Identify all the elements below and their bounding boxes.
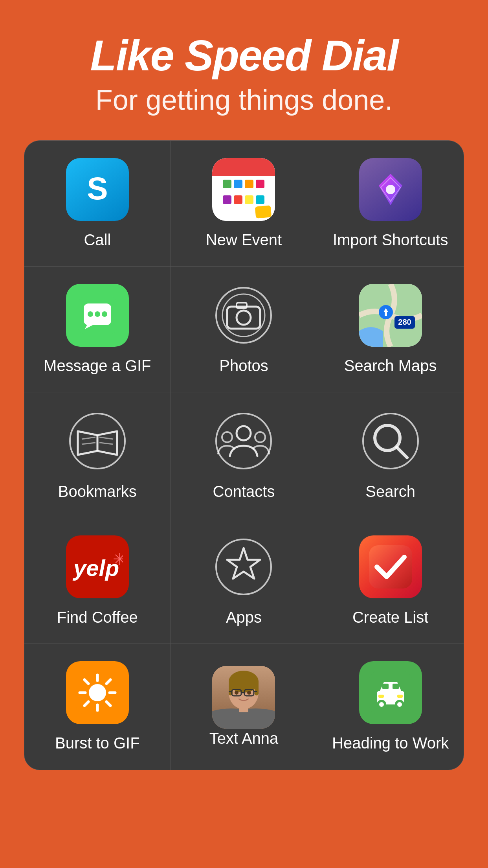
svg-point-19 (222, 432, 232, 442)
svg-point-1 (386, 185, 395, 194)
svg-point-8 (222, 294, 265, 337)
search-outline-icon (359, 410, 422, 473)
svg-text:yelp: yelp (72, 555, 119, 581)
text-anna-icon (212, 666, 275, 729)
cell-create-list-label: Create List (352, 608, 428, 627)
cell-bookmarks-label: Bookmarks (58, 482, 137, 501)
cell-photos-label: Photos (219, 356, 268, 375)
cell-contacts-label: Contacts (213, 482, 275, 501)
cell-import-shortcuts[interactable]: Import Shortcuts (317, 141, 464, 267)
svg-point-58 (379, 702, 384, 707)
svg-rect-60 (378, 695, 384, 698)
cell-burst-gif[interactable]: Burst to GIF (24, 644, 171, 770)
shortcuts-icon (359, 158, 422, 221)
headingwork-icon (359, 661, 422, 724)
cell-call[interactable]: S Call (24, 141, 171, 267)
svg-text:✳: ✳ (113, 550, 123, 568)
svg-text:280: 280 (398, 318, 411, 326)
svg-point-59 (397, 702, 402, 707)
cell-message-gif-label: Message a GIF (44, 356, 151, 375)
cell-new-event[interactable]: New Event (171, 141, 317, 267)
svg-point-50 (235, 691, 238, 695)
svg-text:S: S (87, 171, 108, 206)
svg-point-5 (95, 311, 100, 317)
cell-text-anna[interactable]: Text Anna (171, 644, 317, 770)
shortcuts-grid: S Call New Event (24, 140, 464, 770)
svg-line-23 (397, 447, 407, 458)
cell-search-maps-label: Search Maps (344, 356, 437, 375)
svg-point-20 (255, 432, 265, 442)
contacts-outline-icon (212, 410, 275, 473)
svg-rect-55 (393, 684, 399, 689)
skype-icon: S (66, 158, 129, 221)
createlist-icon (359, 535, 422, 598)
cell-new-event-label: New Event (206, 230, 282, 249)
svg-rect-61 (397, 695, 403, 698)
svg-point-7 (216, 288, 271, 343)
cell-contacts[interactable]: Contacts (171, 392, 317, 518)
svg-point-21 (363, 414, 418, 469)
cell-search[interactable]: Search (317, 392, 464, 518)
cell-bookmarks[interactable]: Bookmarks (24, 392, 171, 518)
bookmarks-outline-icon (66, 410, 129, 473)
svg-point-10 (237, 311, 251, 325)
maps-icon: 280 (359, 284, 422, 347)
burst-icon (66, 661, 129, 724)
cell-heading-work[interactable]: Heading to Work (317, 644, 464, 770)
messages-icon (66, 284, 129, 347)
svg-rect-44 (255, 680, 259, 695)
cell-burst-gif-label: Burst to GIF (55, 734, 140, 752)
cell-message-gif[interactable]: Message a GIF (24, 267, 171, 392)
cell-find-coffee[interactable]: yelp ✳ Find Coffee (24, 518, 171, 644)
svg-point-18 (237, 426, 251, 440)
header: Like Speed Dial For getting things done. (0, 0, 488, 140)
svg-point-4 (88, 311, 93, 317)
header-subtitle: For getting things done. (24, 83, 464, 117)
cell-import-shortcuts-label: Import Shortcuts (333, 230, 448, 249)
cell-text-anna-label: Text Anna (209, 729, 279, 748)
cell-create-list[interactable]: Create List (317, 518, 464, 644)
cell-apps-label: Apps (226, 608, 262, 627)
svg-rect-54 (382, 684, 389, 689)
svg-point-6 (102, 311, 107, 317)
svg-point-51 (247, 691, 251, 695)
cell-apps[interactable]: Apps (171, 518, 317, 644)
photos-outline-icon (212, 284, 275, 347)
calendar-icon (212, 158, 275, 221)
apps-outline-icon (212, 535, 275, 598)
cell-heading-work-label: Heading to Work (332, 734, 449, 752)
header-title: Like Speed Dial (24, 31, 464, 79)
cell-call-label: Call (84, 230, 111, 249)
yelp-icon: yelp ✳ (66, 535, 129, 598)
cell-photos[interactable]: Photos (171, 267, 317, 392)
cell-search-label: Search (365, 482, 415, 501)
svg-point-29 (89, 684, 106, 701)
cell-search-maps[interactable]: 280 Search Maps (317, 267, 464, 392)
cell-find-coffee-label: Find Coffee (57, 608, 138, 627)
